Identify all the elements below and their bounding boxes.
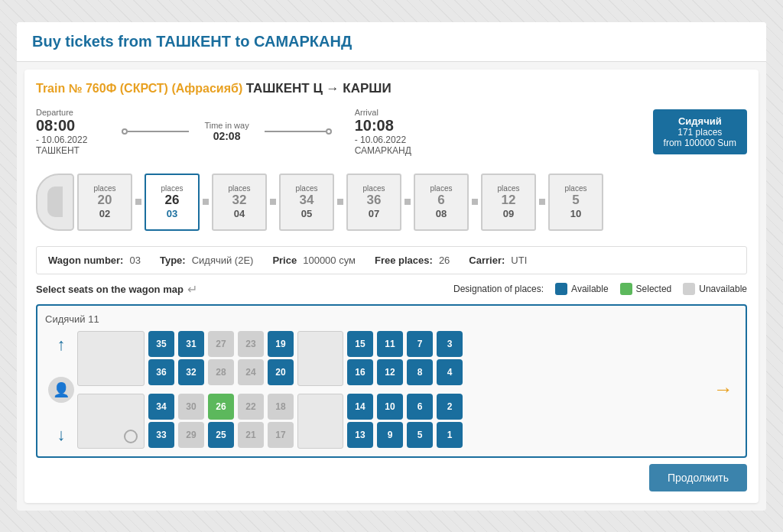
seat-3[interactable]: 3 — [437, 331, 463, 357]
page-title-bar: Buy tickets from ТАШКЕНТ to САМАРКАНД — [17, 22, 766, 62]
train-front — [36, 174, 74, 231]
seat-pair-col: 109 — [377, 394, 403, 449]
seat-35[interactable]: 35 — [148, 331, 174, 357]
door-handle-icon — [124, 430, 138, 443]
duration-label: Time in way — [204, 121, 249, 130]
seat-pair-col: 3029 — [178, 394, 204, 449]
free-places-val: 26 — [439, 255, 450, 266]
seat-8[interactable]: 8 — [407, 359, 433, 385]
select-seats-row: Select seats on the wagon map ↵ Designat… — [36, 282, 747, 297]
selected-box — [620, 283, 632, 295]
seat-12[interactable]: 12 — [377, 359, 403, 385]
seat-pair-col: 3132 — [178, 331, 204, 386]
seat-4[interactable]: 4 — [437, 359, 463, 385]
wagon-connector — [203, 199, 209, 205]
wagon-number-val: 03 — [129, 255, 140, 266]
seat-13[interactable]: 13 — [347, 422, 373, 448]
wagon-number-label: Wagon number: — [48, 255, 123, 266]
seat-2[interactable]: 2 — [437, 394, 463, 420]
seat-15[interactable]: 15 — [347, 331, 373, 357]
wagon-connector — [404, 199, 411, 205]
wagon-card-03[interactable]: places 26 03 — [145, 174, 200, 231]
seat-31[interactable]: 31 — [178, 331, 204, 357]
wagon-num-label: 05 — [301, 208, 312, 219]
wagon-num-label: 10 — [570, 208, 581, 219]
lounge-top — [77, 331, 145, 386]
wagon-card-05[interactable]: places 34 05 — [279, 174, 334, 231]
wagon-number-item: Wagon number: 03 — [48, 255, 141, 266]
seat-pair-col: 34 — [437, 331, 463, 386]
wagon-card-09[interactable]: places 12 09 — [481, 174, 536, 231]
departure-station: ТАШКЕНТ — [36, 145, 87, 156]
carrier-val: UTI — [511, 255, 527, 266]
seat-26[interactable]: 26 — [208, 394, 234, 420]
title-prefix: Buy tickets from — [32, 33, 152, 50]
wagon-places-num: 36 — [367, 193, 382, 208]
selected-label: Selected — [636, 284, 672, 294]
wagon-price-item: Price 100000 сум — [272, 255, 356, 266]
seat-pair-col: 65 — [407, 394, 433, 449]
wagon-places-num: 6 — [437, 193, 444, 208]
seat-pair-col: 1920 — [268, 331, 294, 386]
seat-25[interactable]: 25 — [208, 422, 234, 448]
train-header: Train № 760Ф (СКРСТ) (Афрасияб) ТАШКЕНТ … — [36, 81, 747, 96]
map-flex: ↑ 👤 ↓ 35363132272823241920151611127834 — [45, 331, 738, 449]
continue-button[interactable]: Продолжить — [649, 464, 747, 491]
train-route: ТАШКЕНТ Ц → КАРШИ — [246, 81, 392, 96]
seat-34[interactable]: 34 — [148, 394, 174, 420]
wagon-card-10[interactable]: places 5 10 — [548, 174, 603, 231]
wagon-places-num: 20 — [98, 193, 112, 208]
seat-14[interactable]: 14 — [347, 394, 373, 420]
wagon-places-label: places — [565, 184, 587, 193]
seat-33[interactable]: 33 — [148, 422, 174, 448]
wagon-num-label: 04 — [234, 208, 245, 219]
seat-5[interactable]: 5 — [407, 422, 433, 448]
wagon-price-label: Price — [272, 255, 297, 266]
departure-block: Departure 08:00 - 10.06.2022 ТАШКЕНТ — [36, 108, 87, 156]
wagon-type-label: Type: — [160, 255, 186, 266]
seat-6[interactable]: 6 — [407, 394, 433, 420]
seat-pair-col: 3433 — [148, 394, 174, 449]
seat-19[interactable]: 19 — [268, 331, 294, 357]
wagon-info-row: Wagon number: 03 Type: Сидячий (2Е) Pric… — [36, 246, 747, 274]
seat-36[interactable]: 36 — [148, 359, 174, 385]
seat-pair-col: 2221 — [238, 394, 264, 449]
seat-pair-col: 2625 — [208, 394, 234, 449]
city-from: ТАШКЕНТ — [156, 33, 231, 50]
badge-price-val: 100000 Sum — [684, 138, 736, 148]
seat-1[interactable]: 1 — [437, 422, 463, 448]
arrival-date: - 10.06.2022 — [355, 135, 411, 145]
continue-btn-area: Продолжить — [36, 464, 747, 491]
wagon-card-08[interactable]: places 6 08 — [414, 174, 469, 231]
wagon-places-num: 5 — [572, 193, 579, 208]
seat-pair-col: 3536 — [148, 331, 174, 386]
wagon-places-label: places — [161, 184, 184, 193]
wagon-connector — [337, 199, 343, 205]
arrival-time: 10:08 — [355, 117, 411, 135]
content-area: Train № 760Ф (СКРСТ) (Афрасияб) ТАШКЕНТ … — [24, 70, 759, 503]
seat-7[interactable]: 7 — [407, 331, 433, 357]
seat-10[interactable]: 10 — [377, 394, 403, 420]
main-container: Buy tickets from ТАШКЕНТ to САМАРКАНД Tr… — [17, 22, 766, 511]
seat-29: 29 — [178, 422, 204, 448]
wagon-places-label: places — [498, 184, 520, 193]
departure-label: Departure — [36, 108, 87, 117]
seat-20[interactable]: 20 — [268, 359, 294, 385]
wagon-card-04[interactable]: places 32 04 — [212, 174, 267, 231]
seat-11[interactable]: 11 — [377, 331, 403, 357]
train-number: 760Ф (СКРСТ) (Афрасияб) — [86, 82, 242, 95]
seat-16[interactable]: 16 — [347, 359, 373, 385]
bottom-seats-row: 3433302926252221181714131096521 — [77, 394, 709, 449]
wagon-card-07[interactable]: places 36 07 — [346, 174, 401, 231]
seat-32[interactable]: 32 — [178, 359, 204, 385]
wagon-connector — [539, 199, 545, 205]
map-left-controls: ↑ 👤 ↓ — [45, 331, 77, 449]
unavailable-box — [683, 283, 695, 295]
timeline: Time in way 02:08 — [122, 121, 331, 142]
seat-9[interactable]: 9 — [377, 422, 403, 448]
seat-pair-col: 2728 — [208, 331, 234, 386]
wagon-card-02[interactable]: places 20 02 — [77, 174, 132, 231]
carrier-label: Carrier: — [469, 255, 505, 266]
arrival-label: Arrival — [355, 108, 411, 117]
seat-30: 30 — [178, 394, 204, 420]
